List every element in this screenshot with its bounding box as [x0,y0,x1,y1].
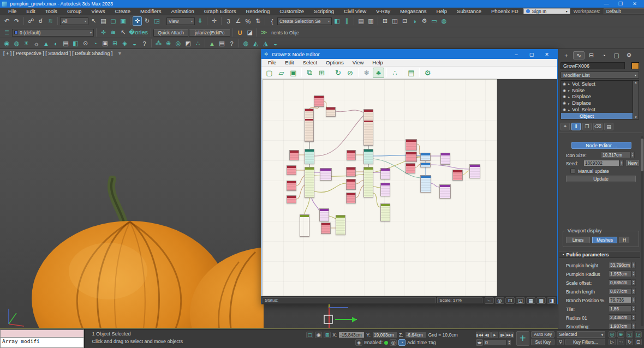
tree-view-icon[interactable]: ♣ [373,68,384,78]
graph-node-purple-31[interactable] [319,208,329,221]
align-icon[interactable]: ∥ [342,16,351,26]
graph-node-purple-14[interactable] [440,153,450,165]
add-layer-icon[interactable]: ✛ [99,28,108,37]
stack-item-noise[interactable]: ◉▸Noise [561,87,639,94]
node-graph-canvas[interactable] [263,79,497,296]
prev-frame-button[interactable]: ◀❚ [484,332,491,338]
stack-scrollbar[interactable]: ▲▼ [633,80,639,119]
zoom-extents-all-icon[interactable]: ◲ [635,331,642,338]
icon-size-field[interactable]: 10,317cm [601,152,630,158]
material-editor-icon[interactable]: ◑ [410,16,419,26]
add-time-tag[interactable]: Add Time Tag [407,340,436,345]
make-unique-icon[interactable]: ❐ [582,123,592,130]
pin-stack-icon[interactable]: ⌖ [560,123,570,130]
menu-views[interactable]: Views [86,8,110,15]
grow-tree-icon[interactable]: ▲ [207,39,217,48]
remove-modifier-icon[interactable]: ⌫ [593,123,603,130]
tab-display[interactable]: ▢ [611,51,622,59]
vray-region-icon[interactable]: ⊞ [110,39,120,48]
tab-motion[interactable]: ◔ [598,51,610,59]
new-icon[interactable]: ▢ [264,68,275,78]
node-editor-button[interactable]: Node Editor ... [571,142,631,149]
menu-megascans[interactable]: Megascans [395,8,432,15]
layer-explorer-icon[interactable]: ▥ [366,16,375,26]
fx-check-icon[interactable]: ◩ [183,39,193,48]
stack-item-vol-select[interactable]: ◉▸Vol. Select [561,81,639,87]
grow-list-icon[interactable]: ▤ [217,39,226,48]
unlink-selection-icon[interactable]: ☌ [36,16,45,26]
expand-icon[interactable]: ▸ [568,108,570,112]
vray-help-icon[interactable]: ? [140,39,149,48]
auto-key-button[interactable]: Auto Key [531,331,554,338]
graph-node-purple-16[interactable] [469,164,480,178]
icon-size-spinner[interactable]: ▲▼ [630,152,635,158]
param-field-pumpkin-radius[interactable]: 1,953cm [609,271,631,277]
visibility-icon[interactable]: ◉ [563,88,566,93]
selection-lock-icon[interactable]: ◉ [315,332,322,338]
param-field-pumpkin-height[interactable]: 33,798cm [609,262,631,268]
graph-node-red-4[interactable] [289,150,299,160]
graph-node-red-25[interactable] [346,179,356,190]
fx-dots-icon[interactable]: ∴ [193,39,202,48]
select-object-icon[interactable]: ↖ [89,16,98,26]
param-spinner-branch-length[interactable]: ▲▼ [631,288,636,295]
current-frame-field[interactable]: 0 [484,339,506,346]
menu-tools[interactable]: Tools [40,8,62,15]
set-key-button[interactable]: Set Key [531,339,554,345]
layer-stack-icon[interactable]: ≣ [2,28,11,37]
menu-animation[interactable]: Animation [166,8,199,15]
menu-help[interactable]: Help [432,8,452,15]
ne-maximize-button[interactable]: ▢ [524,52,539,57]
param-spinner-radius-01[interactable]: ▲▼ [631,314,636,321]
ne-menu-view[interactable]: View [348,59,368,67]
selection-filter-dropdown[interactable]: All▾ [60,17,88,25]
update-button[interactable]: Update [566,176,636,182]
menu-civil-view[interactable]: Civil View [339,8,371,15]
ne-close-button[interactable]: ✕ [539,52,554,57]
uvw-icon[interactable]: U [235,28,245,37]
param-spinner-branch-position-[interactable]: ▲▼ [631,297,636,303]
pan-icon[interactable]: ☜ [617,339,624,345]
graph-node-red-32[interactable] [321,223,331,234]
meshes-button[interactable]: Meshes [592,237,617,243]
move-icon[interactable]: ✜ [133,16,142,26]
vray-camera-lister-icon[interactable]: ◍ [12,39,21,48]
minimize-button[interactable]: — [599,1,613,7]
render-setup-icon[interactable]: ⚙ [420,16,429,26]
enabled-indicator[interactable] [384,341,388,345]
vray-plane-icon[interactable]: ▲ [41,39,51,48]
vray-teapot-icon[interactable]: ◒ [130,39,139,48]
reference-coordinate-dropdown[interactable]: View▾ [166,17,195,25]
stack-item-displace[interactable]: ◉▸Displace [561,100,639,106]
vray-camera-icon[interactable]: ◉ [2,39,11,48]
graph-node-purple-22[interactable] [320,168,332,181]
visibility-icon[interactable]: ◉ [563,82,566,86]
stack-item-object[interactable]: Object [561,113,639,119]
grow-help-icon[interactable]: ? [227,39,236,48]
layer-chevrons-icon[interactable]: ≋ [109,28,118,37]
graph-node-lime-33[interactable] [336,215,345,235]
listener-macro-row[interactable] [0,329,84,338]
param-spinner-scale-offset-[interactable]: ▲▼ [631,279,636,286]
menu-customize[interactable]: Customize [275,8,309,15]
graph-node-teal-7[interactable] [363,149,373,164]
menu-file[interactable]: File [3,8,21,15]
keyboard-override-icon[interactable]: { [267,16,277,26]
lines-button[interactable]: Lines [566,237,590,243]
tab-create[interactable]: + [560,51,572,59]
render-production-icon[interactable]: ◍ [439,16,449,26]
sign-in-button[interactable]: Sign In ▾ [523,8,570,14]
x-coordinate-field[interactable]: -15,843cm [338,332,365,338]
menu-scripting[interactable]: Scripting [309,8,339,15]
stack-item-vol-select[interactable]: ◉▸Vol. Select [561,106,639,113]
chevron-double-icon[interactable]: ≫ [259,28,269,37]
freeze-icon[interactable]: ❄ [361,68,372,78]
fov-icon[interactable]: ▷ [609,339,616,345]
manual-update-checkbox[interactable] [570,169,575,173]
z-coordinate-field[interactable]: -6,64cm [405,332,427,338]
close-button[interactable]: ✕ [628,1,642,7]
maximize-viewport-icon[interactable]: ⊡ [635,339,642,345]
object-name-field[interactable]: GrowFX006 [560,62,625,69]
vray-sun-icon[interactable]: ☼ [32,39,41,48]
curve-editor-icon[interactable]: ◫ [390,16,399,26]
